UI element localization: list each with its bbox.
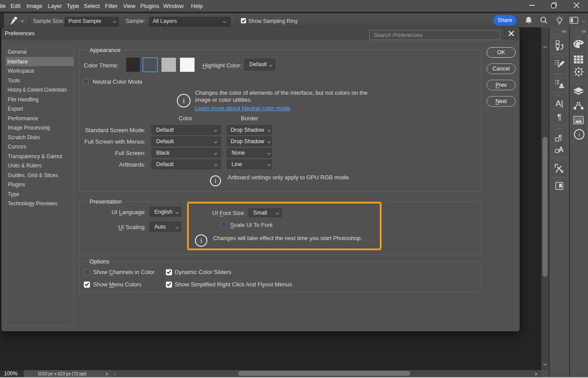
svg-text:¶: ¶ — [558, 134, 562, 141]
svg-text:A: A — [558, 146, 564, 153]
